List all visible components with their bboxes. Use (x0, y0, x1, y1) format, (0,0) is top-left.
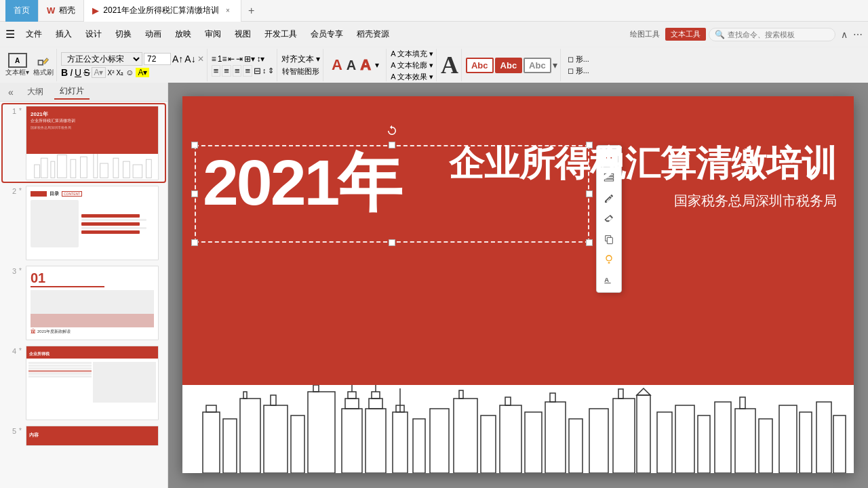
slide-item-3[interactable]: 3 * 01 🏛 2021年度新政解读 (3, 264, 165, 342)
tab-outline[interactable]: 大纲 (22, 85, 49, 99)
panel-tabs: « 大纲 幻灯片 (0, 83, 167, 102)
text-style-a3[interactable]: A (360, 56, 371, 74)
text-fill-button[interactable]: A 文本填充 ▾ (391, 49, 433, 59)
decrease-font-size-button[interactable]: A↓ (184, 54, 195, 64)
svg-rect-2 (41, 158, 47, 178)
indent-decrease-button[interactable]: ⇤ (228, 54, 235, 64)
ribbon-menu-row: ☰ 文件 插入 设计 切换 动画 放映 审阅 视图 开发工具 会员专享 稻壳资源… (0, 22, 868, 47)
ppt-icon: ▶ (92, 5, 99, 16)
hamburger-menu-button[interactable]: ☰ (5, 28, 15, 41)
close-tab-button[interactable]: × (223, 6, 233, 16)
superscript-button[interactable]: X² (108, 69, 115, 77)
subscript-button[interactable]: X₂ (117, 69, 124, 77)
svg-rect-17 (243, 392, 247, 399)
slide-bottom-white (182, 385, 854, 473)
align-center-button[interactable]: ≡ (222, 65, 231, 77)
float-text-button[interactable]: A (599, 270, 618, 289)
menu-developer[interactable]: 开发工具 (259, 27, 302, 41)
tab-home[interactable]: 首页 (5, 0, 39, 22)
large-a-button[interactable]: A (441, 51, 458, 79)
svg-rect-53 (715, 402, 731, 473)
add-tab-button[interactable]: + (241, 5, 261, 17)
increase-font-size-button[interactable]: A↑ (172, 54, 183, 64)
abc-more-button[interactable]: ▾ (553, 60, 557, 70)
svg-rect-9 (113, 158, 119, 178)
search-input[interactable] (728, 30, 829, 39)
float-bulb-button[interactable] (599, 250, 618, 269)
numbering-button[interactable]: 1≡ (218, 54, 227, 64)
align-text-button[interactable]: 对齐文本 ▾ (281, 54, 320, 65)
menu-design[interactable]: 设计 (80, 27, 107, 41)
panel-collapse-button[interactable]: « (5, 85, 16, 99)
handle-bc[interactable] (389, 239, 395, 246)
line-spacing-button[interactable]: ↕▾ (256, 54, 264, 64)
search-bar[interactable]: 🔍 (709, 28, 835, 41)
abc-style-2-button[interactable]: Abc (495, 58, 523, 73)
text-style-more-button[interactable]: ▾ (375, 60, 379, 70)
menu-animation[interactable]: 动画 (140, 27, 167, 41)
para-spacing-button[interactable]: ↕ (262, 66, 267, 75)
menu-slideshow[interactable]: 放映 (170, 27, 197, 41)
menu-insert[interactable]: 插入 (50, 27, 77, 41)
svg-rect-54 (735, 409, 755, 473)
line-height-button[interactable]: ⇕ (268, 66, 274, 75)
align-right-button[interactable]: ≡ (233, 65, 242, 77)
align-left-button[interactable]: ≡ (212, 65, 221, 77)
distribute-button[interactable]: ⊟ (254, 66, 261, 76)
to-smartart-button[interactable]: 转智能图形 (282, 66, 319, 77)
text-tools-label[interactable]: 文本工具 (665, 28, 706, 41)
abc-style-1-button[interactable]: Abc (466, 58, 494, 73)
text-style-a2[interactable]: A (347, 58, 356, 72)
handle-br[interactable] (586, 239, 593, 246)
slide-item-5[interactable]: 5 * 内容 (3, 424, 165, 447)
bold-button[interactable]: B (61, 67, 68, 78)
text-outline-button[interactable]: A 文本轮廓 ▾ (391, 60, 433, 70)
emoji-button[interactable]: ☺ (125, 68, 134, 77)
menu-transition[interactable]: 切换 (110, 27, 137, 41)
collapse-ribbon-button[interactable]: ∧ (841, 29, 848, 40)
handle-ml[interactable] (191, 190, 198, 197)
text-direction-button[interactable]: ⊞▾ (244, 54, 255, 64)
highlight-button[interactable]: A▾ (136, 68, 149, 77)
shape-option-2[interactable]: ◻ 形... (568, 66, 589, 76)
bullets-button[interactable]: ≡ (212, 54, 216, 64)
tab-slides[interactable]: 幻灯片 (54, 84, 90, 100)
svg-rect-41 (525, 412, 542, 473)
menu-view[interactable]: 视图 (229, 27, 256, 41)
rotate-handle[interactable] (386, 125, 398, 139)
slide-item-2[interactable]: 2 * 目录 CONTENT (3, 184, 165, 262)
float-eraser-button[interactable] (599, 209, 618, 228)
italic-button[interactable]: I (70, 67, 73, 78)
svg-rect-51 (675, 405, 694, 473)
tab-document[interactable]: ▶ 2021年企业所得税汇算清缴培训 × (84, 0, 241, 22)
textbox-label: 文本框▾ (5, 68, 29, 77)
text-effect-button[interactable]: A 文本效果 ▾ (391, 72, 433, 82)
handle-bl[interactable] (191, 239, 198, 246)
indent-increase-button[interactable]: ⇥ (236, 54, 243, 64)
text-style-a1[interactable]: A (332, 58, 342, 73)
float-copy-button[interactable] (599, 230, 618, 249)
wps-tab-label: 稻壳 (59, 5, 75, 16)
menu-file[interactable]: 文件 (20, 27, 47, 41)
clear-format-button[interactable]: ✕ (197, 54, 204, 64)
justify-button[interactable]: ≡ (243, 65, 252, 77)
font-size-input[interactable] (144, 53, 171, 65)
strikethrough-button[interactable]: S (83, 67, 90, 78)
slide-item-4[interactable]: 4 * 企业所得税 (3, 344, 165, 422)
menu-review[interactable]: 审阅 (199, 27, 226, 41)
shape-option-1[interactable]: ◻ 形... (568, 54, 589, 64)
slide-canvas[interactable]: 2021年 企业所得税汇算清缴培训 国家税务总局深圳市税务局 (182, 96, 854, 473)
font-color-button[interactable]: A▾ (92, 67, 105, 78)
textbox-button[interactable]: A 文本框▾ (5, 53, 29, 77)
font-name-select[interactable]: 方正公文小标宋 (61, 52, 142, 66)
abc-style-3-button[interactable]: Abc (524, 58, 551, 73)
expand-ribbon-button[interactable]: ⋯ (853, 29, 863, 40)
format-painter-button[interactable]: 格式刷 (33, 53, 54, 77)
menu-member[interactable]: 会员专享 (305, 27, 349, 41)
slide-item-1[interactable]: 1 * 2021年 企业所得税汇算清缴培训 国家税务总局深圳市税务局 (3, 104, 165, 182)
underline-button[interactable]: U (75, 67, 81, 78)
svg-rect-24 (345, 399, 359, 409)
menu-wps-resources[interactable]: 稻壳资源 (351, 27, 395, 41)
tab-wps[interactable]: W 稻壳 (39, 0, 84, 22)
handle-tl[interactable] (191, 142, 198, 148)
